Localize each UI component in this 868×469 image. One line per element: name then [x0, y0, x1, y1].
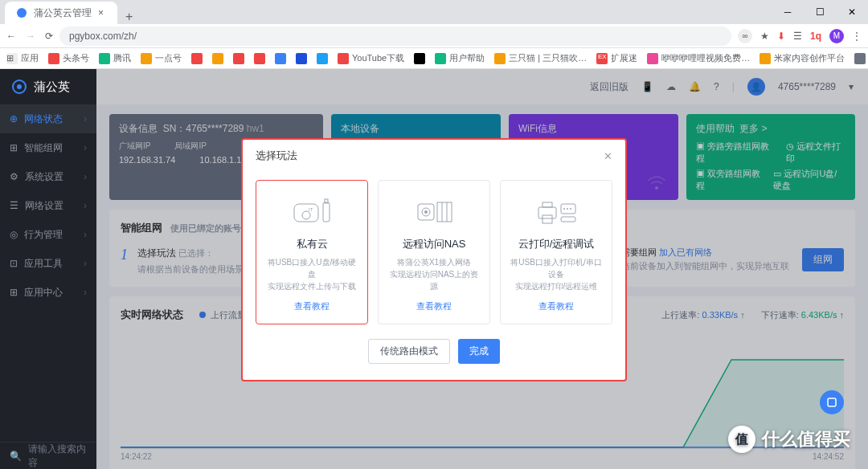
tools-icon: ⊡	[10, 258, 18, 269]
bookmark-item[interactable]	[296, 53, 307, 64]
bookmark-item[interactable]	[414, 53, 425, 64]
view-tutorial-link[interactable]: 查看教程	[294, 300, 330, 312]
svg-rect-23	[538, 207, 556, 218]
mesh-icon: ⊞	[10, 142, 18, 153]
bookmark-item[interactable]: YouTube下载	[338, 52, 404, 64]
option-remote-nas[interactable]: 远程访问NAS 将蒲公英X1接入网络实现远程访问NAS上的资源 查看教程	[378, 180, 490, 324]
ext-icon[interactable]: ☰	[793, 31, 802, 42]
app-logo: 蒲公英	[0, 69, 96, 104]
sidebar-item-network-settings[interactable]: ☰网络设置›	[0, 191, 96, 220]
option-private-cloud[interactable]: IT 私有云 将USB口接入U盘/移动硬盘实现远程文件上传与下载 查看教程	[256, 180, 368, 324]
svg-point-28	[567, 208, 568, 210]
bookmark-item[interactable]	[191, 53, 203, 64]
back-icon[interactable]: ←	[6, 31, 16, 42]
chevron-right-icon: ›	[84, 142, 87, 153]
sidebar-item-system-settings[interactable]: ⚙系统设置›	[0, 162, 96, 191]
logo-text: 蒲公英	[34, 80, 70, 95]
watermark: 值 什么值得买	[728, 426, 850, 453]
bookmark-item[interactable]: 米家内容创作平台	[760, 52, 845, 64]
close-icon[interactable]: ✕	[604, 150, 612, 162]
shield-icon: ◎	[10, 229, 18, 240]
browser-toolbar: ← → ⟳ pgybox.com/zh/ ∞ ★ ⬇ ☰ 1q M ⋮	[0, 24, 868, 48]
forward-icon[interactable]: →	[26, 31, 35, 42]
sidebar-item-behavior[interactable]: ◎行为管理›	[0, 220, 96, 249]
ext-icon[interactable]: ⬇	[777, 31, 785, 42]
bookmark-item[interactable]	[233, 53, 244, 64]
bookmark-item[interactable]	[212, 53, 223, 64]
logo-icon	[11, 79, 27, 95]
bookmark-item[interactable]	[254, 53, 265, 64]
url-text: pgybox.com/zh/	[69, 31, 137, 42]
apps-icon: ⊞	[10, 287, 18, 298]
modal-title: 选择玩法	[256, 149, 297, 163]
chevron-right-icon: ›	[84, 113, 87, 124]
bookmark-item[interactable]: EX扩展迷	[596, 52, 637, 64]
bookmark-item[interactable]: 咿咿咿哩哩视频免费…	[647, 52, 750, 64]
sidebar-item-network-status[interactable]: ⊕网络状态›	[0, 104, 96, 133]
svg-rect-30	[561, 217, 575, 222]
ext-icon[interactable]: ∞	[738, 29, 752, 43]
close-tab-icon[interactable]: ×	[98, 7, 104, 18]
sidebar-search[interactable]: 🔍请输入搜索内容	[0, 442, 96, 469]
reload-icon[interactable]: ⟳	[45, 31, 53, 42]
finish-button[interactable]: 完成	[458, 339, 500, 364]
printer-icon	[509, 195, 604, 229]
browser-tabstrip: 蒲公英云管理 × + ─ ☐ ✕	[0, 0, 868, 24]
chevron-right-icon: ›	[84, 287, 87, 298]
tab-favicon	[16, 7, 27, 18]
menu-icon[interactable]: ⋮	[852, 31, 862, 42]
support-fab[interactable]	[820, 390, 844, 414]
bookmark-bar: ⊞应用 头条号 腾讯 一点号 YouTube下载 用户帮助 三只猫 | 三只猫吹…	[0, 48, 868, 69]
bookmark-item[interactable]: 泥巴影院-海外华人…	[854, 52, 868, 64]
bookmark-item[interactable]: 三只猫 | 三只猫吹…	[494, 52, 587, 64]
bookmark-item[interactable]: 用户帮助	[435, 52, 485, 64]
watermark-badge-icon: 值	[728, 426, 755, 453]
bookmark-item[interactable]	[317, 53, 328, 64]
sidebar: 蒲公英 ⊕网络状态› ⊞智能组网› ⚙系统设置› ☰网络设置› ◎行为管理› ⊡…	[0, 69, 96, 469]
svg-text:IT: IT	[309, 207, 313, 212]
option-cloud-print[interactable]: 云打印/远程调试 将USB口接入打印机/串口设备实现远程打印/远程运维 查看教程	[500, 180, 612, 324]
svg-rect-20	[437, 202, 452, 222]
bookmark-item[interactable]	[275, 53, 286, 64]
modal-overlay: 选择玩法 ✕ IT 私有云 将USB口接入U盘/移动硬盘实现远程文件上传与下载 …	[96, 69, 868, 469]
modal-select-mode: 选择玩法 ✕ IT 私有云 将USB口接入U盘/移动硬盘实现远程文件上传与下载 …	[241, 138, 627, 381]
apps-button[interactable]: ⊞应用	[6, 52, 39, 64]
cloud-usb-icon: IT	[264, 195, 359, 229]
chevron-right-icon: ›	[84, 229, 87, 240]
profile-avatar[interactable]: M	[829, 29, 844, 43]
chevron-right-icon: ›	[84, 258, 87, 269]
url-bar[interactable]: pgybox.com/zh/	[59, 27, 731, 46]
svg-point-27	[563, 208, 565, 210]
traditional-mode-button[interactable]: 传统路由模式	[368, 339, 450, 364]
sliders-icon: ☰	[10, 200, 18, 211]
bookmark-item[interactable]: 腾讯	[99, 52, 131, 64]
close-window-button[interactable]: ✕	[836, 0, 868, 24]
chevron-right-icon: ›	[84, 171, 87, 182]
svg-point-14	[302, 211, 310, 219]
nas-icon	[387, 195, 481, 229]
svg-point-19	[424, 210, 428, 214]
view-tutorial-link[interactable]: 查看教程	[416, 300, 452, 312]
ext-icon[interactable]: ★	[760, 31, 769, 42]
svg-rect-24	[542, 202, 552, 207]
maximize-button[interactable]: ☐	[804, 0, 836, 24]
tab-title: 蒲公英云管理	[34, 6, 92, 20]
browser-tab-active[interactable]: 蒲公英云管理 ×	[5, 2, 117, 24]
svg-rect-31	[828, 398, 836, 406]
bookmark-item[interactable]: 一点号	[141, 52, 182, 64]
svg-rect-25	[542, 215, 552, 223]
minimize-button[interactable]: ─	[772, 0, 804, 24]
chevron-right-icon: ›	[84, 200, 87, 211]
sidebar-item-app-center[interactable]: ⊞应用中心›	[0, 278, 96, 307]
svg-point-2	[17, 84, 22, 89]
sidebar-item-tools[interactable]: ⊡应用工具›	[0, 249, 96, 278]
bookmark-item[interactable]: 头条号	[48, 52, 89, 64]
new-tab-button[interactable]: +	[117, 10, 141, 24]
globe-icon: ⊕	[10, 113, 18, 124]
view-tutorial-link[interactable]: 查看教程	[538, 300, 574, 312]
search-icon: 🔍	[10, 451, 22, 462]
sidebar-item-smart-network[interactable]: ⊞智能组网›	[0, 133, 96, 162]
window-controls: ─ ☐ ✕	[772, 0, 868, 24]
ext-icon[interactable]: 1q	[810, 31, 821, 42]
svg-point-0	[17, 8, 27, 18]
